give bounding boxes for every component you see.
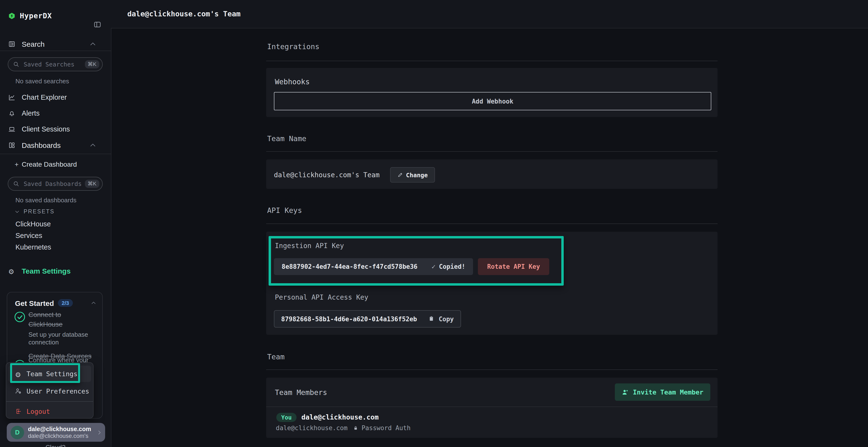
integrations-heading: Integrations	[267, 42, 319, 51]
personal-key-label: Personal API Access Key	[275, 294, 368, 301]
dashboards-icon	[8, 141, 16, 148]
sidebar-item-label: Search	[22, 40, 44, 48]
no-saved-searches-text: No saved searches	[16, 77, 69, 85]
sidebar-item-alerts[interactable]: Alerts	[0, 106, 111, 121]
create-dashboard-button[interactable]: + Create Dashboard	[0, 157, 111, 171]
preset-item-clickhouse[interactable]: ClickHouse	[16, 220, 51, 228]
section-divider	[266, 370, 717, 370]
pencil-icon	[397, 172, 403, 178]
webhooks-card: Webhooks Add Webhook	[266, 68, 717, 117]
logout-icon	[15, 408, 22, 415]
sidebar-item-label: Client Sessions	[22, 125, 70, 133]
presets-toggle[interactable]: PRESETS	[14, 209, 55, 214]
ingestion-key-text: 8e887902-4ed7-44ea-8fec-f47cd578be36	[282, 263, 417, 270]
preset-item-services[interactable]: Services	[16, 232, 42, 239]
saved-dashboards-field[interactable]	[23, 180, 85, 188]
menu-item-team-settings[interactable]: ⚙ Team Settings	[8, 366, 91, 382]
sidebar-item-label: Chart Explorer	[22, 94, 67, 101]
clipboard-icon	[428, 315, 434, 322]
no-saved-dashboards-text: No saved dashboards	[16, 197, 76, 204]
saved-dashboards-input[interactable]: ⌘K	[8, 177, 103, 191]
api-keys-card: Ingestion API Key 8e887902-4ed7-44ea-8fe…	[266, 232, 717, 335]
copied-label: Copied!	[439, 263, 465, 270]
menu-item-label: Team Settings	[27, 370, 78, 378]
personal-key-text: 87982668-58b1-4d6e-a620-014a136f52eb	[281, 315, 417, 322]
member-email: dale@clickhouse.com	[301, 413, 378, 421]
sidebar-item-label: Dashboards	[22, 141, 61, 149]
clipped-cloud-text[interactable]: Cloud?	[0, 444, 111, 447]
plus-icon: +	[13, 161, 20, 168]
ingestion-key-label: Ingestion API Key	[275, 242, 344, 249]
webhooks-title: Webhooks	[275, 77, 310, 86]
page-title: dale@clickhouse.com's Team	[127, 10, 241, 18]
sidebar-divider	[0, 50, 111, 51]
get-started-item-title[interactable]: Connect to ClickHouse	[28, 310, 97, 329]
team-name-card: dale@clickhouse.com's Team Change	[266, 160, 717, 189]
sidebar-item-dashboards[interactable]: Dashboards	[0, 138, 111, 152]
copy-button-label[interactable]: Copy	[439, 315, 454, 322]
laptop-icon	[8, 126, 16, 133]
card-divider	[266, 407, 717, 407]
copied-indicator: ✓ Copied!	[431, 263, 465, 270]
user-email: dale@clickhouse.com	[28, 425, 95, 432]
chevron-down-icon	[14, 209, 20, 214]
shortcut-badge: ⌘K	[85, 60, 99, 68]
api-keys-heading: API Keys	[267, 206, 302, 215]
sidebar-item-label: Alerts	[22, 109, 39, 117]
rotate-api-key-button[interactable]: Rotate API Key	[478, 258, 549, 275]
person-plus-icon	[622, 388, 629, 396]
team-name-heading: Team Name	[267, 134, 306, 143]
search-icon	[13, 61, 19, 67]
progress-badge: 2/3	[58, 299, 73, 307]
chevron-up-icon[interactable]	[91, 300, 96, 306]
add-webhook-button[interactable]: Add Webhook	[274, 92, 711, 110]
user-team-name: dale@clickhouse.com's	[28, 432, 95, 439]
section-divider	[266, 151, 717, 152]
team-heading: Team	[267, 353, 284, 361]
create-dashboard-label: Create Dashboard	[22, 161, 77, 168]
chevron-right-icon	[96, 429, 102, 435]
get-started-item-subtitle: Set up your database connection	[28, 331, 97, 346]
sidebar-item-search[interactable]: Search	[0, 37, 111, 51]
search-journal-icon	[8, 40, 16, 47]
chevron-up-icon[interactable]	[89, 141, 96, 148]
menu-item-logout[interactable]: Logout	[8, 403, 91, 419]
saved-searches-input[interactable]: ⌘K	[8, 57, 103, 71]
logo-row: HyperDX	[0, 9, 111, 23]
section-divider	[266, 224, 717, 224]
auth-method-label: Password Auth	[362, 424, 411, 432]
collapse-sidebar-icon[interactable]	[94, 21, 101, 28]
menu-divider	[6, 401, 93, 402]
avatar: D	[10, 425, 24, 439]
saved-searches-field[interactable]	[23, 60, 85, 68]
team-members-card: Team Members Invite Team Member You dale…	[266, 378, 717, 438]
menu-item-label: User Preferences	[27, 387, 89, 395]
menu-item-user-preferences[interactable]: User Preferences	[8, 383, 91, 399]
chevron-up-icon[interactable]	[89, 40, 96, 47]
team-settings-link-label: Team Settings	[22, 267, 71, 275]
menu-item-label: Logout	[27, 408, 50, 415]
invite-button-label: Invite Team Member	[633, 388, 704, 396]
search-icon	[13, 181, 19, 187]
preset-item-kubernetes[interactable]: Kubernetes	[16, 243, 51, 251]
gear-icon: ⚙	[15, 370, 22, 377]
you-badge: You	[276, 413, 297, 422]
sidebar-item-client-sessions[interactable]: Client Sessions	[0, 122, 111, 136]
change-team-name-button[interactable]: Change	[390, 167, 435, 182]
topbar: dale@clickhouse.com's Team	[111, 0, 868, 28]
bell-icon	[8, 110, 16, 117]
check-circle-icon	[14, 311, 26, 323]
sidebar-item-team-settings[interactable]: ⚙ Team Settings	[0, 264, 111, 278]
sidebar-item-chart-explorer[interactable]: Chart Explorer	[0, 90, 111, 105]
presets-label: PRESETS	[24, 209, 55, 214]
shortcut-badge: ⌘K	[85, 180, 99, 188]
chart-icon	[8, 94, 16, 101]
ingestion-key-value[interactable]: 8e887902-4ed7-44ea-8fec-f47cd578be36 ✓ C…	[274, 258, 473, 275]
sidebar-divider	[0, 153, 111, 154]
personal-key-value[interactable]: 87982668-58b1-4d6e-a620-014a136f52eb Cop…	[274, 310, 461, 328]
hyperdx-app: HyperDX Search ⌘K No saved sear	[0, 0, 868, 447]
user-account-chip[interactable]: D dale@clickhouse.com dale@clickhouse.co…	[7, 423, 105, 442]
member-email-sub: dale@clickhouse.com	[276, 424, 347, 432]
invite-team-member-button[interactable]: Invite Team Member	[615, 383, 710, 401]
user-gear-icon	[15, 388, 22, 394]
